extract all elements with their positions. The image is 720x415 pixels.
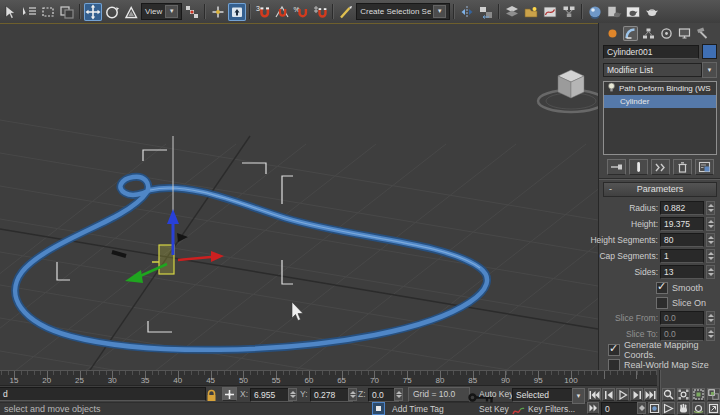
orbit-icon[interactable] [692, 402, 705, 415]
tab-utilities[interactable] [695, 26, 710, 41]
absolute-mode-transform-icon[interactable] [222, 387, 237, 401]
isolate-toggle-icon[interactable] [372, 402, 385, 415]
remove-modifier-button[interactable] [673, 159, 692, 175]
select-object-icon[interactable] [1, 3, 19, 21]
angle-snap-toggle-icon[interactable] [273, 3, 291, 21]
spinner-control[interactable] [706, 265, 715, 279]
configure-modifier-sets-button[interactable] [695, 159, 714, 175]
command-panel-tabs [599, 23, 720, 42]
field-of-view-icon[interactable] [662, 402, 675, 415]
zoom-all-icon[interactable] [677, 388, 690, 401]
tab-motion[interactable] [659, 26, 674, 41]
pan-hand-icon[interactable] [677, 402, 690, 415]
key-mode-toggle-icon[interactable] [587, 402, 599, 414]
use-pivot-point-center-icon[interactable] [183, 3, 201, 21]
zoom-extents-all-icon[interactable] [707, 388, 720, 401]
chevron-down-icon[interactable]: ▼ [165, 5, 178, 18]
select-by-name-icon[interactable] [20, 3, 38, 21]
keyboard-shortcut-override-icon[interactable] [228, 3, 246, 21]
modifier-stack-item[interactable]: Path Deform Binding (WS [604, 82, 716, 95]
key-default-in-out-dropdown[interactable]: Selected [512, 388, 578, 402]
tab-hierarchy[interactable] [641, 26, 656, 41]
radius-field[interactable]: 0.882 [660, 201, 704, 215]
curve-editor-icon[interactable] [541, 3, 559, 21]
spinner-snap-toggle-icon[interactable] [311, 3, 329, 21]
slice-on-checkbox[interactable] [656, 297, 668, 309]
spinner-control[interactable] [706, 201, 715, 215]
modifier-stack-item-selected[interactable]: Cylinder [604, 95, 716, 108]
zoom-icon[interactable] [662, 388, 675, 401]
set-key-button[interactable]: Set Key [479, 404, 509, 414]
select-and-move-icon[interactable] [84, 3, 102, 21]
make-unique-button[interactable] [651, 159, 670, 175]
play-button[interactable] [616, 388, 629, 401]
cap-segments-field[interactable]: 1 [660, 249, 704, 263]
parameters-rollout-header[interactable]: - Parameters [603, 182, 717, 197]
window-crossing-icon[interactable] [58, 3, 76, 21]
time-tick-label: 80 [435, 376, 444, 385]
spinner-control[interactable] [706, 217, 715, 231]
show-end-result-button[interactable] [629, 159, 648, 175]
chevron-down-icon[interactable]: ▼ [702, 62, 717, 78]
viewcube[interactable] [538, 70, 598, 112]
key-filters-button[interactable]: Key Filters... [528, 404, 575, 414]
snap-toggle-3d-icon[interactable]: 3 [254, 3, 272, 21]
next-frame-button[interactable] [630, 388, 643, 401]
reference-coordinate-dropdown[interactable]: View ▼ [141, 3, 182, 20]
zoom-extents-icon[interactable] [692, 388, 705, 401]
sides-field[interactable]: 13 [660, 265, 704, 279]
slice-from-field[interactable]: 0.0 [660, 311, 704, 325]
select-and-manipulate-icon[interactable] [209, 3, 227, 21]
spinner-control[interactable] [706, 311, 715, 325]
select-and-rotate-icon[interactable] [103, 3, 121, 21]
go-to-end-button[interactable] [644, 388, 657, 401]
auto-key-button[interactable]: Auto Key [479, 389, 514, 399]
render-setup-icon[interactable] [605, 3, 623, 21]
prompt-field[interactable]: d [0, 387, 206, 401]
object-color-swatch[interactable] [702, 44, 717, 59]
spinner-control[interactable] [348, 388, 357, 401]
schematic-view-icon[interactable] [560, 3, 578, 21]
maximize-viewport-icon[interactable] [707, 402, 720, 415]
go-to-start-button[interactable] [588, 388, 601, 401]
object-name-field[interactable]: Cylinder001 [603, 45, 699, 59]
toggle-layer-explorer-icon[interactable] [522, 3, 540, 21]
modifier-list-dropdown[interactable]: Modifier List [603, 63, 702, 77]
edit-named-selection-sets-icon[interactable] [337, 3, 355, 21]
mirror-icon[interactable] [458, 3, 476, 21]
lightbulb-icon[interactable] [607, 82, 616, 95]
rendered-frame-window-icon[interactable] [624, 3, 642, 21]
align-icon[interactable] [477, 3, 495, 21]
spinner-control[interactable] [394, 388, 403, 401]
perspective-viewport[interactable] [0, 23, 598, 371]
time-configuration-icon[interactable] [648, 402, 660, 414]
add-time-tag-button[interactable]: Add Time Tag [392, 404, 444, 414]
percent-snap-toggle-icon[interactable]: % [292, 3, 310, 21]
layer-manager-icon[interactable] [503, 3, 521, 21]
selection-lock-icon[interactable] [205, 388, 218, 406]
real-world-checkbox[interactable] [608, 359, 620, 371]
smooth-checkbox[interactable] [656, 282, 668, 294]
pin-stack-button[interactable] [607, 159, 626, 175]
spinner-control[interactable] [637, 402, 646, 414]
generate-mapping-checkbox[interactable] [608, 344, 620, 356]
spinner-control[interactable] [706, 233, 715, 247]
spinner-control[interactable] [706, 249, 715, 263]
rectangular-selection-region-icon[interactable] [39, 3, 57, 21]
key-filters-curve-icon[interactable] [512, 403, 525, 415]
select-and-scale-icon[interactable] [122, 3, 140, 21]
height-field[interactable]: 19.375 [660, 217, 704, 231]
material-editor-icon[interactable] [586, 3, 604, 21]
tab-create[interactable] [605, 26, 620, 41]
rollout-collapse-icon[interactable]: - [609, 183, 612, 196]
spinner-control[interactable] [288, 388, 297, 401]
height-segments-field[interactable]: 80 [660, 233, 704, 247]
previous-frame-button[interactable] [602, 388, 615, 401]
render-production-icon[interactable] [643, 3, 661, 21]
time-ruler[interactable]: 15 20 25 30 35 40 45 50 55 60 65 70 75 8… [0, 370, 657, 386]
tab-modify[interactable] [623, 26, 638, 41]
chevron-down-icon[interactable]: ▼ [572, 388, 585, 404]
tab-display[interactable] [677, 26, 692, 41]
chevron-down-icon[interactable]: ▼ [433, 5, 446, 18]
named-selection-set-dropdown[interactable]: Create Selection Se ▼ [356, 3, 450, 20]
